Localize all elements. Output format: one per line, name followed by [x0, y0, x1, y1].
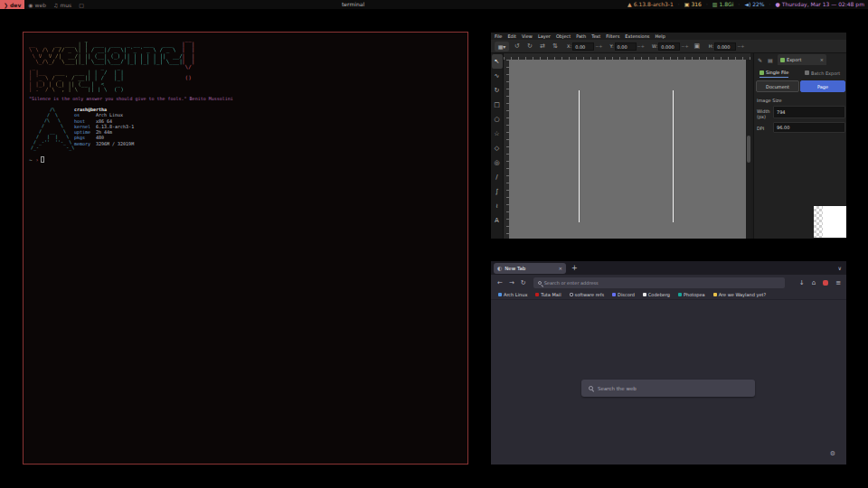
drawn-line-left[interactable]: [579, 90, 580, 222]
batch-export-tab[interactable]: Batch Export: [805, 68, 840, 78]
width-input[interactable]: 794: [773, 106, 845, 118]
volume-module: ◄) 22%: [744, 1, 764, 7]
export-scope-document-button[interactable]: Document: [756, 80, 799, 92]
scrollbar-thumb[interactable]: [747, 136, 750, 163]
menu-edit[interactable]: Edit: [507, 33, 516, 39]
volume-icon: ◄): [744, 1, 750, 7]
inkscape-window: File Edit View Layer Object Path Text Fi…: [491, 33, 846, 239]
bookmark-tuta-mail[interactable]: Tuta Mail: [535, 292, 561, 297]
tool-pen[interactable]: ∫: [492, 184, 503, 199]
single-file-icon: [760, 70, 764, 75]
dpi-label: DPI: [757, 126, 764, 131]
bookmark-are-we-wayland-yet[interactable]: Are we Wayland yet?: [713, 292, 766, 297]
selection-mode-dropdown[interactable]: ▦▾: [495, 42, 509, 52]
workspace-tag-empty[interactable]: ▢: [75, 0, 88, 9]
tool-text[interactable]: A: [492, 213, 503, 228]
shell-prompt[interactable]: ~ ›: [29, 156, 44, 163]
y-input[interactable]: 0.00: [615, 42, 637, 51]
home-icon[interactable]: ⌂: [812, 279, 816, 286]
workspace-tag-web[interactable]: ◉ web: [24, 0, 50, 9]
tool-calligraphy[interactable]: ≀: [492, 199, 503, 213]
lock-ratio-icon[interactable]: ▣: [693, 42, 702, 50]
flip-horizontal-icon[interactable]: ⇄: [538, 42, 547, 50]
terminal-window[interactable]: _ __ __ ___ | | ___ ___ _ __ ___ ___ \ \…: [23, 32, 468, 465]
kernel-module: ▲ 6.13.8-arch3-1: [627, 1, 674, 7]
tool-zoom[interactable]: ↻: [492, 83, 503, 98]
bookmark-codeberg[interactable]: Codeberg: [643, 292, 670, 297]
menu-filters[interactable]: Filters: [606, 33, 619, 39]
browser-tab-newtab[interactable]: ◐ New Tab ×: [494, 263, 566, 274]
w-input[interactable]: 0.000: [658, 42, 680, 51]
workspace-tag-label: dev: [10, 2, 21, 8]
drawn-line-right[interactable]: [673, 90, 674, 222]
menu-icon[interactable]: ≡: [835, 279, 841, 286]
single-file-tab[interactable]: Single File: [760, 68, 788, 78]
edit-dialog-icon[interactable]: ✎: [758, 57, 762, 63]
menu-file[interactable]: File: [495, 33, 502, 39]
menu-extensions[interactable]: Extensions: [625, 33, 649, 39]
flip-vertical-icon[interactable]: ⇅: [551, 42, 560, 50]
forward-button[interactable]: →: [509, 279, 514, 286]
x-input[interactable]: 0.00: [572, 42, 594, 51]
menu-path[interactable]: Path: [576, 33, 586, 39]
reload-button[interactable]: ↻: [521, 279, 526, 286]
batch-export-icon: [805, 70, 809, 75]
menu-layer[interactable]: Layer: [538, 33, 551, 39]
downloads-icon[interactable]: ↓: [799, 279, 805, 286]
tool-ellipse[interactable]: ○: [492, 112, 503, 127]
tool-node[interactable]: ∿: [492, 69, 503, 83]
back-button[interactable]: ←: [497, 279, 503, 286]
rotate-ccw-icon[interactable]: ↺: [513, 42, 522, 50]
menu-view[interactable]: View: [522, 33, 533, 39]
export-scope-page-button[interactable]: Page: [800, 80, 845, 92]
bookmark-arch-linux[interactable]: Arch Linux: [498, 292, 527, 297]
tool-3dbox[interactable]: ◇: [492, 141, 503, 155]
prompt-arrow: ›: [35, 156, 39, 163]
w-stepper[interactable]: −+: [681, 43, 688, 49]
h-input[interactable]: 0.000: [714, 42, 736, 51]
export-preview-thumbnail: [814, 206, 846, 238]
workspace-tag-mus[interactable]: ♫ mus: [50, 0, 75, 9]
transparency-checker: [814, 206, 823, 238]
newtab-search-bar[interactable]: Search the web: [581, 380, 755, 397]
inkscape-canvas[interactable]: [509, 60, 746, 239]
export-dialog-tab[interactable]: Export ×: [778, 54, 826, 65]
dpi-input[interactable]: 96.00: [773, 122, 845, 133]
tool-star[interactable]: ☆: [492, 127, 503, 141]
bookmark-photopea[interactable]: Photopea: [678, 292, 705, 297]
address-bar[interactable]: Search or enter address: [533, 277, 785, 288]
tool-pencil[interactable]: ∕: [492, 170, 503, 184]
list-all-tabs-icon[interactable]: ∨: [838, 265, 842, 271]
image-size-section-label: Image Size: [757, 98, 782, 103]
browser-navigation-bar: ← → ↻ Search or enter address ↓ ⌂ ≡: [491, 275, 846, 290]
fetch-info: crash@bertha osArch Linux hostx86_64 ker…: [74, 107, 134, 146]
new-tab-button[interactable]: +: [571, 264, 578, 272]
menu-object[interactable]: Object: [556, 33, 571, 39]
rotate-cw-icon[interactable]: ↻: [525, 42, 534, 50]
personalize-gear-icon[interactable]: ⚙: [830, 450, 835, 457]
menu-text[interactable]: Text: [591, 33, 600, 39]
tool-spiral[interactable]: ◎: [492, 155, 503, 170]
workspace-tag-dev[interactable]: ❯ dev: [0, 0, 24, 9]
layers-dialog-icon[interactable]: ▤: [768, 57, 773, 63]
w-field: W: 0.000 −+: [652, 42, 689, 51]
x-stepper[interactable]: −+: [595, 43, 602, 49]
arch-logo-ascii: /\ / \ /\ \ / \ / __ \ / | | \ / _-'' ''…: [31, 107, 74, 150]
tuta-icon: [535, 293, 539, 296]
close-icon[interactable]: ×: [820, 57, 824, 62]
bookmark-discord[interactable]: Discord: [612, 292, 635, 297]
tab-close-icon[interactable]: ×: [558, 266, 562, 271]
bookmark-folder-software-refs[interactable]: software refs: [570, 292, 604, 297]
h-stepper[interactable]: −+: [737, 43, 744, 49]
music-icon: ♫: [53, 2, 58, 8]
y-stepper[interactable]: −+: [637, 43, 645, 49]
workspace-tag-label: mus: [60, 2, 71, 8]
menu-help[interactable]: Help: [655, 33, 665, 39]
tool-selector[interactable]: ↖: [492, 54, 503, 69]
canvas-vertical-scrollbar[interactable]: [746, 60, 751, 239]
tool-rectangle[interactable]: □: [492, 98, 503, 112]
packages-module: ▣ 316: [684, 1, 702, 7]
extension-icon[interactable]: [823, 280, 828, 286]
horizontal-ruler: [504, 53, 750, 60]
newtab-page: Search the web ⚙: [491, 300, 846, 465]
